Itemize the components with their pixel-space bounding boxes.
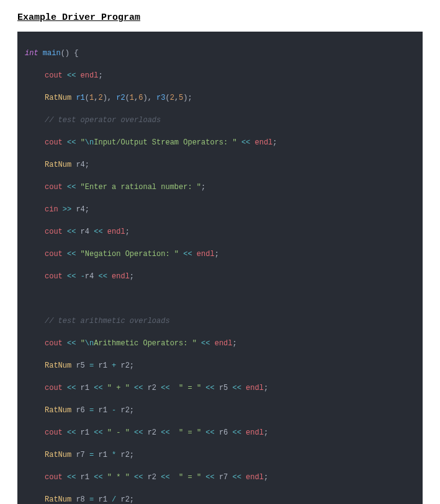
code-line: int main() { xyxy=(25,48,415,59)
code-line: RatNum r5 = r1 + r2; xyxy=(25,360,415,371)
code-line: RatNum r8 = r1 / r2; xyxy=(25,494,415,504)
code-line: RatNum r4; xyxy=(25,159,415,170)
code-line: cout << r1 << " * " << r2 << " = " << r7… xyxy=(25,472,415,483)
code-line: // test arithmetic overloads xyxy=(25,316,415,327)
code-block: int main() { cout << endl; RatNum r1(1,2… xyxy=(17,32,423,504)
code-line: cout << r1 << " - " << r2 << " = " << r6… xyxy=(25,427,415,438)
code-line: RatNum r7 = r1 * r2; xyxy=(25,449,415,461)
code-line: // test operator overloads xyxy=(25,115,415,126)
code-line: cout << "Negation Operation: " << endl; xyxy=(25,249,415,260)
code-line: RatNum r1(1,2), r2(1,6), r3(2,5); xyxy=(25,92,415,104)
code-line: cout << -r4 << endl; xyxy=(25,271,415,282)
code-line: cout << r1 << " + " << r2 << " = " << r5… xyxy=(25,382,415,394)
code-line: cout << "\nInput/Output Stream Operators… xyxy=(25,137,415,148)
section-title: Example Driver Program xyxy=(17,12,428,23)
code-line: cout << "\nArithmetic Operators: " << en… xyxy=(25,338,415,349)
code-line: RatNum r6 = r1 - r2; xyxy=(25,405,415,416)
code-line: cin >> r4; xyxy=(25,204,415,215)
code-line: cout << endl; xyxy=(25,70,415,81)
code-line: cout << "Enter a rational number: "; xyxy=(25,182,415,193)
code-line: cout << r4 << endl; xyxy=(25,226,415,237)
